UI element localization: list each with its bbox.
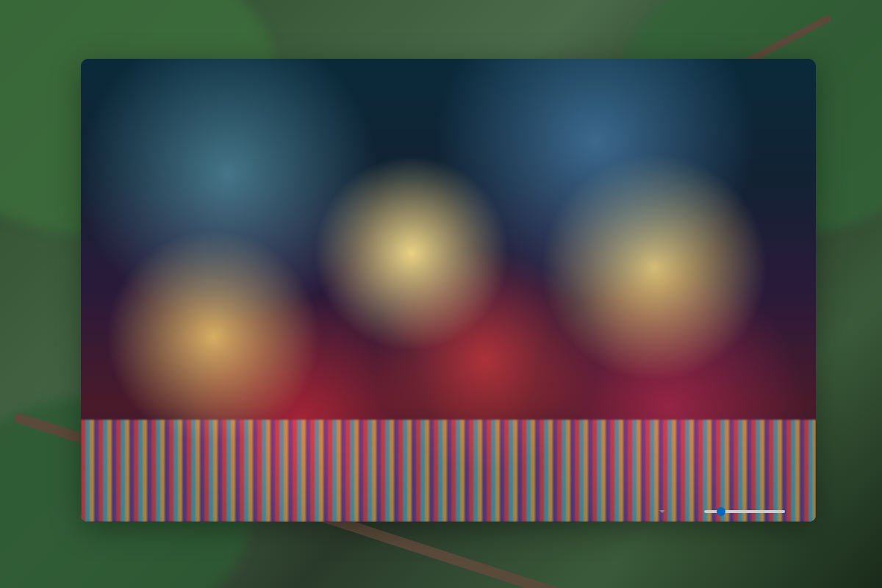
cocreator-panel: Cocreator PREVIEW Describe what you'd li… bbox=[603, 173, 816, 500]
zoom-slider[interactable] bbox=[704, 510, 785, 513]
variant-list bbox=[615, 358, 804, 417]
workspace: Cocreator PREVIEW Describe what you'd li… bbox=[81, 173, 816, 500]
variant-3[interactable] bbox=[745, 358, 803, 417]
paint-window: Untitled - Paint File Edit View Selectio… bbox=[81, 59, 816, 522]
